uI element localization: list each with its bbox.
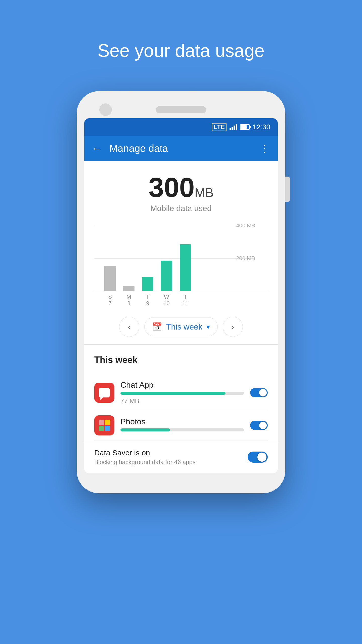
x-label-t11-date: 11 — [180, 300, 191, 307]
more-button[interactable]: ⋮ — [260, 143, 270, 154]
bar-t9-fill — [142, 277, 153, 291]
photos-usage-bar-container — [120, 428, 244, 431]
chat-app-toggle[interactable] — [250, 388, 268, 397]
data-usage-section: 300MB Mobile data used — [84, 161, 278, 221]
dropdown-arrow-icon: ▾ — [206, 323, 210, 331]
photos-app-name: Photos — [120, 417, 244, 426]
phone-camera — [99, 103, 112, 116]
phone-side-button — [285, 177, 290, 202]
chart-x-labels: S 7 M 8 T 9 W 10 T 11 — [94, 291, 268, 307]
x-label-t9: T 9 — [142, 294, 153, 307]
data-label: Mobile data used — [92, 204, 270, 213]
bar-m8-fill — [123, 286, 134, 291]
app-bar-title: Manage data — [109, 143, 260, 154]
phone-speaker — [156, 106, 206, 113]
data-amount: 300 — [149, 172, 195, 203]
phone-top — [84, 106, 278, 113]
chart-area: 400 MB 200 MB — [84, 221, 278, 309]
list-item: Photos — [94, 410, 268, 441]
bar-m8 — [123, 286, 134, 291]
battery-fill — [241, 125, 247, 129]
bar-s7 — [104, 266, 116, 291]
photos-usage-bar — [120, 428, 170, 431]
photos-grid-icon — [99, 420, 110, 431]
chat-app-info: Chat App 77 MB — [120, 380, 244, 405]
prev-arrow-icon: ‹ — [128, 323, 130, 331]
next-week-button[interactable]: › — [223, 317, 243, 337]
x-label-w10-day: W — [161, 294, 172, 300]
chart-grid: 400 MB 200 MB — [94, 226, 268, 291]
app-list-section: This week Chat App 77 MB — [84, 345, 278, 441]
chat-app-usage-bar-container — [120, 392, 244, 395]
chat-app-name: Chat App — [120, 380, 244, 390]
chat-app-icon — [94, 383, 114, 403]
bar-w10-fill — [161, 261, 172, 291]
back-button[interactable]: ← — [92, 143, 102, 154]
data-unit: MB — [195, 186, 213, 200]
x-label-t11: T 11 — [180, 294, 191, 307]
chat-app-toggle-knob — [259, 389, 267, 396]
x-label-t9-day: T — [142, 294, 153, 300]
chat-app-usage-bar — [120, 392, 225, 395]
data-amount-display: 300MB — [92, 174, 270, 201]
photos-toggle-knob — [259, 422, 267, 429]
chart-bars — [104, 226, 191, 291]
week-label: This week — [166, 322, 202, 332]
status-bar: LTE 12:30 — [84, 118, 278, 136]
signal-icon — [230, 124, 237, 130]
chat-app-usage-mb: 77 MB — [120, 397, 244, 405]
phone-screen: LTE 12:30 ← Manage data ⋮ 300 — [84, 118, 278, 473]
photos-app-info: Photos — [120, 417, 244, 434]
list-item: Chat App 77 MB — [94, 375, 268, 410]
bar-t9 — [142, 277, 153, 291]
x-label-t9-date: 9 — [142, 300, 153, 307]
app-bar: ← Manage data ⋮ — [84, 136, 278, 161]
prev-week-button[interactable]: ‹ — [119, 317, 139, 337]
bar-t11-fill — [180, 244, 191, 291]
lte-icon: LTE — [212, 123, 227, 131]
status-icons: LTE 12:30 — [212, 123, 270, 131]
data-saver-title: Data Saver is on — [94, 449, 248, 457]
bar-w10 — [161, 261, 172, 291]
bar-s7-fill — [104, 266, 116, 291]
grid-label-200: 200 MB — [236, 255, 255, 262]
x-label-m8: M 8 — [123, 294, 134, 307]
grid-label-400: 400 MB — [236, 222, 255, 229]
x-label-m8-day: M — [123, 294, 134, 300]
x-label-s7: S 7 — [104, 294, 116, 307]
calendar-icon: 📅 — [152, 322, 162, 332]
battery-icon — [240, 124, 250, 130]
data-saver-banner: Data Saver is on Blocking background dat… — [84, 441, 278, 473]
data-saver-toggle[interactable] — [248, 452, 268, 463]
data-saver-text: Data Saver is on Blocking background dat… — [94, 449, 248, 466]
chat-bubble-icon — [99, 388, 110, 397]
bar-t11 — [180, 244, 191, 291]
x-label-m8-date: 8 — [123, 300, 134, 307]
x-label-w10: W 10 — [161, 294, 172, 307]
page-title: See your data usage — [98, 40, 265, 61]
x-label-s7-day: S — [104, 294, 116, 300]
phone-shell: LTE 12:30 ← Manage data ⋮ 300 — [77, 91, 285, 493]
next-arrow-icon: › — [232, 323, 234, 331]
x-label-s7-date: 7 — [104, 300, 116, 307]
week-navigation: ‹ 📅 This week ▾ › — [84, 309, 278, 344]
x-label-t11-day: T — [180, 294, 191, 300]
data-saver-toggle-knob — [257, 453, 266, 462]
week-selector[interactable]: 📅 This week ▾ — [144, 317, 218, 336]
photos-toggle[interactable] — [250, 421, 268, 430]
x-label-w10-date: 10 — [161, 300, 172, 307]
status-time: 12:30 — [253, 123, 270, 131]
section-title: This week — [94, 355, 268, 365]
data-saver-subtitle: Blocking background data for 46 apps — [94, 459, 248, 466]
photos-app-icon — [94, 415, 114, 435]
